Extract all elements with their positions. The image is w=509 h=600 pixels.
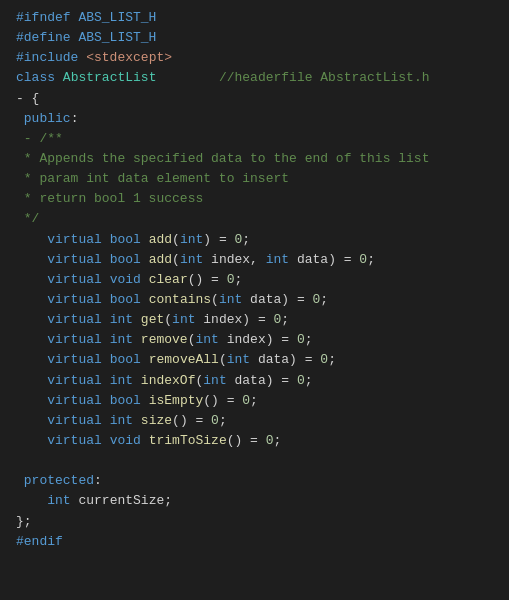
code-line: virtual int size() = 0; [0,411,509,431]
code-token: - { [16,89,39,109]
code-token: index, [203,250,265,270]
code-token: int [47,491,70,511]
code-token: int [180,230,203,250]
code-token: get [141,310,164,330]
code-token: int [110,330,133,350]
code-token: ; [328,350,336,370]
code-token: remove [141,330,188,350]
code-token: ; [281,310,289,330]
code-token: ( [172,250,180,270]
code-line: virtual int get(int index) = 0; [0,310,509,330]
code-line: virtual bool contains(int data) = 0; [0,290,509,310]
code-token: ; [219,411,227,431]
code-token [16,431,47,451]
code-token [141,431,149,451]
code-line: int currentSize; [0,491,509,511]
code-token: data) = [227,371,297,391]
code-token: #include [16,48,86,68]
code-line: virtual bool removeAll(int data) = 0; [0,350,509,370]
code-token [55,68,63,88]
code-token: - /** [24,129,63,149]
code-token [16,330,47,350]
code-token [16,491,47,511]
code-token [141,290,149,310]
code-token: ( [172,230,180,250]
code-token: int [172,310,195,330]
code-token [141,391,149,411]
code-token: bool [110,230,141,250]
code-token: bool [110,391,141,411]
code-token: 0 [242,391,250,411]
code-token: virtual [47,411,102,431]
code-token [102,270,110,290]
code-token: virtual [47,290,102,310]
code-token: () = [172,411,211,431]
code-line: * param int data element to insert [0,169,509,189]
code-token [16,391,47,411]
code-token: * Appends the specified data to the end … [16,149,429,169]
code-token: //headerfile AbstractList.h [219,68,430,88]
code-line: class AbstractList //headerfile Abstract… [0,68,509,88]
code-line: */ [0,209,509,229]
code-token: ( [211,290,219,310]
code-token: virtual [47,230,102,250]
code-token [16,250,47,270]
code-token: index) = [219,330,297,350]
code-token: 0 [227,270,235,290]
code-token: ; [305,371,313,391]
code-token: int [110,310,133,330]
code-token [16,310,47,330]
code-token: ; [367,250,375,270]
code-token [102,391,110,411]
code-line: protected: [0,471,509,491]
code-token: () = [203,391,242,411]
code-token: virtual [47,250,102,270]
code-token [16,270,47,290]
code-token [141,250,149,270]
code-token: #define ABS_LIST_H [16,28,156,48]
code-token: void [110,270,141,290]
code-token: indexOf [141,371,196,391]
code-token [16,109,24,129]
code-token: 0 [211,411,219,431]
code-token [102,230,110,250]
code-token: clear [149,270,188,290]
code-line: virtual int remove(int index) = 0; [0,330,509,350]
code-line: virtual bool add(int index, int data) = … [0,250,509,270]
code-token: 0 [320,350,328,370]
code-token: : [94,471,102,491]
code-token: size [141,411,172,431]
code-line: virtual void trimToSize() = 0; [0,431,509,451]
code-token: virtual [47,431,102,451]
code-line: virtual bool add(int) = 0; [0,230,509,250]
code-line: }; [0,512,509,532]
code-token: index) = [195,310,273,330]
code-token: trimToSize [149,431,227,451]
code-token: 0 [266,431,274,451]
code-token [133,330,141,350]
code-token [102,350,110,370]
code-token: <stdexcept> [86,48,172,68]
code-token: int [195,330,218,350]
code-token: ; [320,290,328,310]
code-token: ; [242,230,250,250]
code-token: ( [164,310,172,330]
code-token: * return bool 1 success [16,189,203,209]
code-token: 0 [235,230,243,250]
code-token: int [266,250,289,270]
code-token: #ifndef ABS_LIST_H [16,8,156,28]
code-token: isEmpty [149,391,204,411]
code-token: AbstractList [63,68,157,88]
code-token [102,290,110,310]
code-token: ( [195,371,203,391]
code-token [102,250,110,270]
code-token: : [71,109,79,129]
code-token: 0 [297,371,305,391]
code-token [16,129,24,149]
code-token [16,290,47,310]
code-token: data) = [242,290,312,310]
code-token: data) = [289,250,359,270]
code-line: #endif [0,532,509,552]
code-token: ; [235,270,243,290]
code-token [141,270,149,290]
